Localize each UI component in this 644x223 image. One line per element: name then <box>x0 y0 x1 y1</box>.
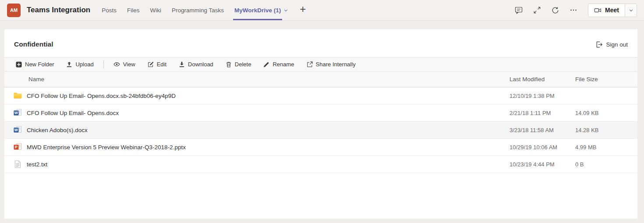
channel-title: Teams Integration <box>27 6 90 14</box>
file-row[interactable]: CFO Follow Up Email- Opens.docx.sb-24bfd… <box>4 87 637 104</box>
refresh-icon[interactable] <box>552 7 559 14</box>
meet-split-button: Meet <box>588 4 637 17</box>
file-name-cell: PMWD Enterprise Version 5 Preview Webina… <box>4 143 510 151</box>
tab-label: MyWorkDrive (1) <box>234 7 281 14</box>
more-options-icon[interactable] <box>570 7 577 14</box>
rename-button[interactable]: Rename <box>259 58 298 71</box>
file-size: 14.09 KB <box>575 110 637 116</box>
text-file-icon <box>13 160 22 168</box>
toolbar-button-label: Delete <box>235 61 251 68</box>
file-toolbar: New FolderUploadViewEditDownloadDeleteRe… <box>4 57 637 72</box>
meet-button[interactable]: Meet <box>588 4 625 17</box>
file-name-cell: CFO Follow Up Email- Opens.docx.sb-24bfd… <box>4 92 510 99</box>
sign-out-button[interactable]: Sign out <box>596 41 628 48</box>
file-name-cell: WChicken Adobo(s).docx <box>4 126 510 134</box>
tab-wiki[interactable]: Wiki <box>145 0 166 20</box>
tab-label: Wiki <box>150 7 161 14</box>
file-name: CFO Follow Up Email- Opens.docx.sb-24bfd… <box>27 93 176 99</box>
rename-icon <box>263 61 269 68</box>
file-last-modified: 3/23/18 11:58 AM <box>510 127 575 133</box>
tab-bar: PostsFilesWikiProgramming TasksMyWorkDri… <box>96 0 294 20</box>
tab-programming-tasks[interactable]: Programming Tasks <box>166 0 229 20</box>
chevron-down-icon <box>629 8 633 13</box>
tab-posts[interactable]: Posts <box>96 0 122 20</box>
column-header-last-modified[interactable]: Last Modified <box>510 76 575 83</box>
tab-myworkdrive-1[interactable]: MyWorkDrive (1) <box>229 0 294 20</box>
new-folder-icon <box>16 61 22 68</box>
file-list: CFO Follow Up Email- Opens.docx.sb-24bfd… <box>4 87 637 173</box>
edit-button[interactable]: Edit <box>144 58 170 71</box>
avatar: AM <box>7 4 21 17</box>
edit-icon <box>148 61 154 68</box>
teams-topbar: AM Teams Integration PostsFilesWikiProgr… <box>0 0 644 21</box>
current-folder-title: Confidential <box>14 40 53 48</box>
upload-button[interactable]: Upload <box>62 58 97 71</box>
expand-icon[interactable] <box>534 7 541 14</box>
file-row[interactable]: PMWD Enterprise Version 5 Preview Webina… <box>4 139 637 156</box>
file-size: 4.99 MB <box>575 144 637 151</box>
file-last-modified: 12/10/19 1:38 PM <box>510 93 575 99</box>
share-icon <box>307 61 313 68</box>
share-internally-button[interactable]: Share Internally <box>303 58 360 71</box>
file-size: 14.28 KB <box>575 127 637 133</box>
folder-icon <box>13 92 22 99</box>
table-header: Name Last Modified File Size <box>4 72 637 87</box>
file-name: test2.txt <box>27 161 47 168</box>
panel-header: Confidential Sign out <box>4 29 637 57</box>
file-name-cell: test2.txt <box>4 160 510 168</box>
toolbar-button-label: View <box>123 61 135 68</box>
svg-text:W: W <box>14 128 18 132</box>
word-file-icon: W <box>13 126 22 134</box>
view-icon <box>113 61 120 68</box>
download-icon <box>179 61 185 68</box>
delete-icon <box>226 61 232 68</box>
toolbar-button-label: New Folder <box>25 61 54 68</box>
upload-icon <box>66 61 72 68</box>
delete-button[interactable]: Delete <box>222 58 255 71</box>
sign-out-label: Sign out <box>606 41 628 48</box>
svg-text:W: W <box>14 111 18 115</box>
svg-text:P: P <box>15 145 18 149</box>
camera-icon <box>594 7 602 14</box>
file-row[interactable]: WChicken Adobo(s).docx3/23/18 11:58 AM14… <box>4 122 637 139</box>
file-last-modified: 2/21/18 1:11 PM <box>510 110 575 116</box>
toolbar-button-label: Upload <box>75 61 93 68</box>
new-folder-button[interactable]: New Folder <box>12 58 58 71</box>
column-header-name[interactable]: Name <box>4 76 510 83</box>
file-last-modified: 10/23/19 4:44 PM <box>510 161 575 168</box>
view-button[interactable]: View <box>110 58 139 71</box>
myworkdrive-panel: Confidential Sign out New FolderUploadVi… <box>4 29 637 219</box>
column-header-file-size[interactable]: File Size <box>575 76 637 83</box>
meet-dropdown-button[interactable] <box>625 4 637 17</box>
tab-label: Posts <box>102 7 117 14</box>
toolbar-button-label: Share Internally <box>316 61 356 68</box>
tab-label: Programming Tasks <box>172 7 224 14</box>
toolbar-button-label: Download <box>188 61 213 68</box>
download-button[interactable]: Download <box>175 58 217 71</box>
file-last-modified: 10/29/19 10:06 AM <box>510 144 575 151</box>
file-name: CFO Follow Up Email- Opens.docx <box>27 110 119 116</box>
sign-out-icon <box>596 41 602 48</box>
file-name: Chicken Adobo(s).docx <box>27 127 88 133</box>
topbar-actions: Meet <box>515 4 637 17</box>
conversation-icon[interactable] <box>515 6 523 14</box>
toolbar-divider <box>103 61 104 68</box>
file-name: MWD Enterprise Version 5 Preview Webinar… <box>27 144 186 151</box>
toolbar-button-label: Rename <box>272 61 294 68</box>
powerpoint-file-icon: P <box>13 143 22 151</box>
toolbar-button-label: Edit <box>157 61 166 68</box>
word-file-icon: W <box>13 109 22 117</box>
add-tab-button[interactable]: + <box>297 4 308 16</box>
file-size: 0 B <box>575 161 637 168</box>
tab-label: Files <box>127 7 140 14</box>
file-row[interactable]: test2.txt10/23/19 4:44 PM0 B <box>4 156 637 173</box>
meet-button-label: Meet <box>605 7 619 14</box>
chevron-down-icon <box>283 8 288 13</box>
file-row[interactable]: WCFO Follow Up Email- Opens.docx2/21/18 … <box>4 104 637 122</box>
tab-files[interactable]: Files <box>122 0 145 20</box>
file-name-cell: WCFO Follow Up Email- Opens.docx <box>4 109 510 117</box>
